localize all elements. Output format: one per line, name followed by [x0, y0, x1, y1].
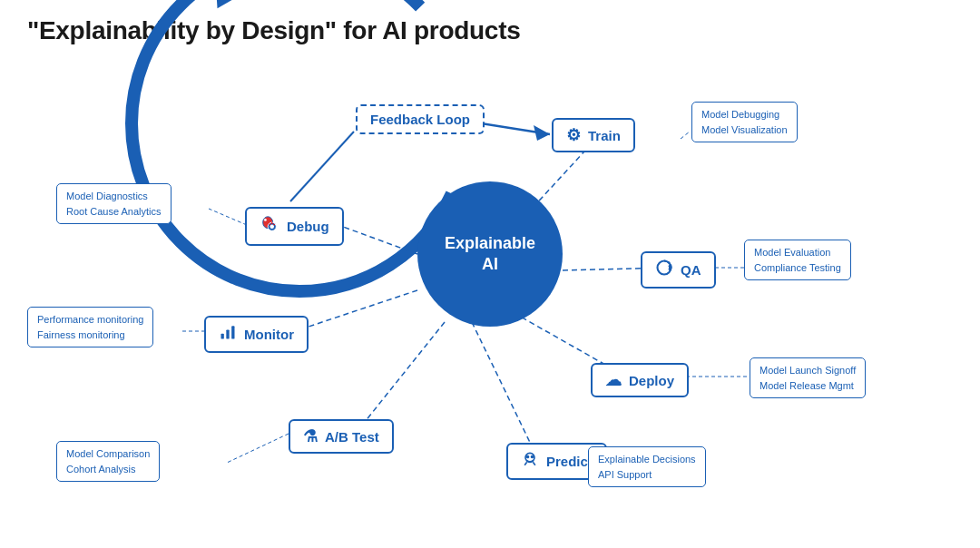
qa-info-line1: Model Evaluation [754, 245, 841, 260]
train-node: ⚙ Train [552, 118, 635, 152]
train-info-line2: Model Visualization [701, 122, 788, 138]
page-container: "Explainability by Design" for AI produc… [0, 0, 980, 548]
svg-rect-25 [221, 334, 224, 339]
svg-line-33 [270, 224, 270, 225]
abtest-info-line2: Cohort Analysis [66, 462, 150, 477]
debug-node: Debug [245, 207, 344, 246]
svg-line-5 [472, 322, 535, 454]
center-circle: Explainable AI [417, 181, 563, 327]
train-info: Model Debugging Model Visualization [691, 102, 798, 142]
monitor-info-line1: Performance monitoring [37, 312, 143, 328]
qa-info: Model Evaluation Compliance Testing [744, 240, 851, 280]
monitor-info: Performance monitoring Fairness monitori… [27, 307, 153, 347]
svg-line-24 [533, 462, 535, 465]
svg-rect-26 [226, 330, 229, 339]
abtest-info: Model Comparison Cohort Analysis [56, 441, 160, 482]
svg-rect-27 [231, 326, 234, 338]
debug-info-line2: Root Cause Analytics [66, 204, 162, 220]
deploy-node: ☁ Deploy [591, 363, 689, 397]
svg-line-23 [524, 462, 527, 465]
svg-marker-18 [534, 125, 550, 141]
svg-line-13 [227, 434, 289, 463]
feedbackloop-node: Feedback Loop [356, 104, 485, 134]
deploy-info: Model Launch Signoff Model Release Mgmt [750, 357, 866, 398]
svg-marker-1 [204, 0, 241, 8]
deploy-info-line2: Model Release Mgmt [760, 378, 856, 394]
svg-point-21 [527, 456, 529, 458]
deploy-info-line1: Model Launch Signoff [760, 363, 856, 378]
train-info-line1: Model Debugging [701, 107, 788, 122]
svg-line-9 [681, 132, 690, 139]
abtest-node: ⚗ A/B Test [289, 419, 394, 454]
deploy-icon: ☁ [605, 370, 622, 390]
predict-info: Explainable Decisions API Support [588, 446, 706, 487]
predict-info-line1: Explainable Decisions [598, 452, 696, 467]
qa-node: QA [641, 251, 716, 289]
qa-label: QA [681, 262, 701, 278]
predict-info-line2: API Support [598, 467, 696, 483]
abtest-icon: ⚗ [303, 426, 318, 446]
monitor-info-line2: Fairness monitoring [37, 328, 143, 343]
abtest-info-line1: Model Comparison [66, 446, 150, 462]
monitor-icon [219, 323, 237, 346]
predict-icon [521, 450, 539, 473]
monitor-label: Monitor [244, 327, 294, 342]
svg-point-22 [532, 456, 534, 458]
qa-icon [655, 259, 673, 281]
debug-info: Model Diagnostics Root Cause Analytics [56, 183, 172, 224]
predict-label: Predict [546, 454, 593, 469]
debug-label: Debug [287, 219, 329, 234]
deploy-label: Deploy [629, 373, 674, 388]
svg-point-32 [270, 224, 274, 229]
svg-point-29 [264, 219, 267, 221]
train-icon: ⚙ [566, 125, 581, 145]
svg-line-35 [274, 224, 275, 225]
debug-icon [260, 214, 279, 239]
abtest-label: A/B Test [325, 429, 379, 445]
monitor-node: Monitor [204, 316, 309, 353]
feedbackloop-label: Feedback Loop [370, 112, 470, 127]
center-circle-text: Explainable AI [445, 233, 535, 276]
qa-info-line2: Compliance Testing [754, 260, 841, 276]
train-label: Train [588, 128, 621, 143]
debug-info-line1: Model Diagnostics [66, 189, 162, 204]
